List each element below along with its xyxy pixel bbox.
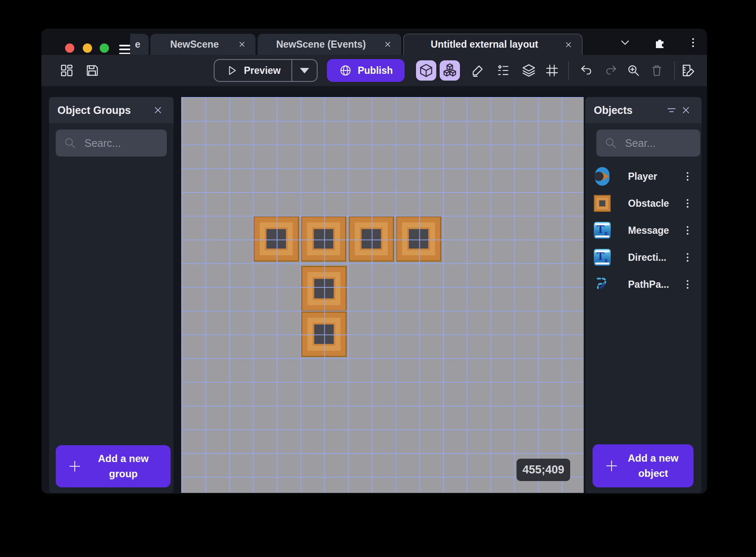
obstacle-instance[interactable] <box>253 216 299 262</box>
add-group-label-line1: Add a new <box>98 453 149 464</box>
zoom-in-icon[interactable] <box>624 61 643 80</box>
object-groups-search[interactable] <box>56 130 167 157</box>
add-group-button[interactable]: Add a new group <box>56 445 171 487</box>
close-tab-icon[interactable] <box>564 41 573 49</box>
objects-title: Objects <box>594 104 633 116</box>
tab-partial[interactable]: e <box>130 34 149 55</box>
kebab-menu-icon[interactable] <box>685 34 702 51</box>
add-object-label-line1: Add a new <box>628 452 678 464</box>
toggle-instances-view-button[interactable] <box>440 60 460 81</box>
toolbar-divider <box>674 61 675 80</box>
object-row-message[interactable]: Tx Message <box>585 217 702 244</box>
undo-icon[interactable] <box>577 61 596 80</box>
object-name: Message <box>628 225 669 236</box>
object-menu-kebab-icon[interactable] <box>680 277 695 292</box>
toggle-3d-view-button[interactable] <box>416 60 436 81</box>
path-object-icon <box>593 275 612 294</box>
obstacle-instance[interactable] <box>301 311 347 357</box>
object-groups-panel: Object Groups Add a new group <box>49 97 174 493</box>
tab-label: NewScene (Events) <box>267 39 375 50</box>
objects-panel: Objects Player <box>585 97 702 493</box>
grid-overlay <box>181 97 584 493</box>
objects-list: Player Obstacle Tx <box>585 163 702 298</box>
preview-label: Preview <box>244 65 281 76</box>
object-menu-kebab-icon[interactable] <box>680 169 695 184</box>
object-groups-header: Object Groups <box>49 97 174 123</box>
tab-newscene[interactable]: NewScene <box>150 34 256 55</box>
preview-button[interactable]: Preview <box>214 59 318 82</box>
close-tab-icon[interactable] <box>238 40 246 49</box>
object-name: Player <box>628 171 657 182</box>
obstacle-icon <box>593 194 612 213</box>
object-row-direction[interactable]: Tx Directi... <box>585 244 702 271</box>
objects-search-input[interactable] <box>625 137 693 149</box>
delete-trash-icon[interactable] <box>647 61 666 80</box>
tab-bar: e NewScene NewScene (Events) Untitled ex… <box>41 29 707 55</box>
editor-content: Object Groups Add a new group <box>41 86 707 494</box>
save-icon[interactable] <box>83 61 101 80</box>
object-name: Directi... <box>628 252 666 263</box>
object-groups-title: Object Groups <box>57 104 131 116</box>
minimize-window-button[interactable] <box>83 43 92 53</box>
object-row-pathpainter[interactable]: PathPa... <box>585 271 702 298</box>
objects-search[interactable] <box>596 130 700 157</box>
object-name: PathPa... <box>628 279 669 290</box>
text-object-icon: Tx <box>593 248 612 267</box>
cursor-coordinates-value: 455;409 <box>522 463 564 476</box>
grid-icon[interactable] <box>543 61 561 80</box>
preview-button-main[interactable]: Preview <box>215 60 291 81</box>
layers-icon[interactable] <box>519 61 538 80</box>
cursor-coordinates-badge: 455;409 <box>517 459 570 481</box>
object-name: Obstacle <box>628 198 669 209</box>
publish-label: Publish <box>358 65 393 76</box>
tab-newscene-events[interactable]: NewScene (Events) <box>258 34 401 55</box>
redo-icon[interactable] <box>602 61 620 80</box>
object-row-obstacle[interactable]: Obstacle <box>585 190 702 217</box>
object-menu-kebab-icon[interactable] <box>680 196 695 211</box>
toolbar-divider <box>568 61 569 80</box>
text-object-icon: Tx <box>593 221 612 240</box>
edit-pencil-icon[interactable] <box>468 61 487 80</box>
object-row-player[interactable]: Player <box>585 163 702 190</box>
extensions-puzzle-icon[interactable] <box>651 34 668 51</box>
obstacle-instance[interactable] <box>301 266 347 311</box>
instances-list-icon[interactable] <box>494 61 512 80</box>
obstacle-instance[interactable] <box>396 216 441 262</box>
filter-icon[interactable] <box>664 103 679 117</box>
tab-label: NewScene <box>160 39 229 50</box>
gdevelop-window: e NewScene NewScene (Events) Untitled ex… <box>41 29 707 494</box>
object-menu-kebab-icon[interactable] <box>680 223 695 238</box>
objects-header: Objects <box>585 97 702 123</box>
edit-scene-properties-icon[interactable] <box>679 61 697 80</box>
tab-partial-label: e <box>130 39 145 50</box>
toolbar: Preview Publish <box>41 55 707 86</box>
object-groups-search-input[interactable] <box>84 137 159 149</box>
object-menu-kebab-icon[interactable] <box>680 250 695 265</box>
maximize-window-button[interactable] <box>100 43 109 53</box>
close-panel-icon[interactable] <box>151 103 165 117</box>
toggle-panels-icon[interactable] <box>57 61 76 80</box>
tab-label: Untitled external layout <box>413 39 556 50</box>
close-panel-icon[interactable] <box>679 103 693 117</box>
chevron-down-icon[interactable] <box>617 34 634 51</box>
tab-untitled-external-layout[interactable]: Untitled external layout <box>403 34 582 55</box>
preview-dropdown-button[interactable] <box>292 60 317 81</box>
scene-canvas[interactable]: 455;409 <box>181 97 584 493</box>
player-icon <box>593 167 612 186</box>
obstacle-instance[interactable] <box>348 216 394 262</box>
add-group-label-line2: group <box>109 468 138 479</box>
obstacle-instance[interactable] <box>301 216 346 262</box>
add-object-label-line2: object <box>638 468 668 479</box>
caret-down-icon <box>300 68 309 73</box>
publish-button[interactable]: Publish <box>327 59 405 82</box>
add-object-button[interactable]: Add a new object <box>593 444 693 487</box>
close-tab-icon[interactable] <box>383 40 392 49</box>
close-window-button[interactable] <box>65 43 74 53</box>
